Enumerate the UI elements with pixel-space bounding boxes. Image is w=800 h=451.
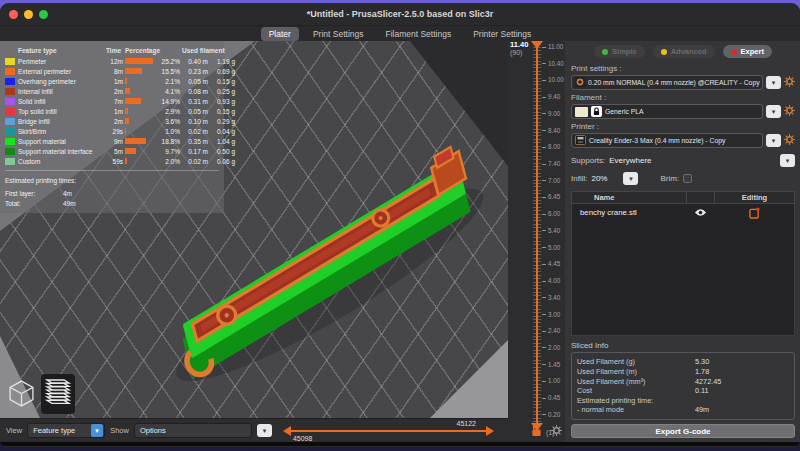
slider-right-thumb[interactable] [486, 426, 494, 436]
sliced-info-row: Estimated printing time: [577, 396, 789, 406]
infill-label: Infill: [571, 174, 587, 183]
supports-value: Everywhere [609, 156, 651, 165]
sliced-info-row: Used Filament (mm³)4272.45 [577, 377, 789, 387]
feature-color-swatch [5, 108, 15, 115]
legend-row: Internal infill 2m 4.1% 0.08 m 0.25 g [5, 86, 219, 96]
layer-tick-label: 6.45 [542, 194, 564, 200]
preview-view-button[interactable] [41, 374, 75, 414]
layer-tick-label: 10.00 [542, 77, 564, 83]
view-type-select[interactable]: Feature type ▾ [27, 423, 105, 438]
chevron-down-icon: ▾ [91, 424, 103, 437]
gear-icon[interactable] [784, 76, 795, 89]
layer-slider-track[interactable] [536, 47, 538, 427]
minimize-window-button[interactable] [24, 10, 33, 19]
sliced-info-row: Cost0.11 [577, 386, 789, 396]
print-settings-label: Print settings : [571, 64, 795, 73]
feature-color-swatch [5, 58, 15, 65]
cube-icon [8, 394, 35, 411]
mode-expert-button[interactable]: Expert [723, 45, 772, 58]
tab-printer-settings[interactable]: Printer Settings [465, 27, 539, 41]
slider-track[interactable] [291, 430, 486, 432]
mode-dot-icon [731, 49, 737, 55]
slider-left-thumb[interactable] [283, 426, 291, 436]
mode-dot-icon [602, 49, 608, 55]
chevron-down-icon: ▾ [772, 137, 776, 145]
legend-row: Support material 9m 18.8% 0.35 m 1.04 g [5, 136, 219, 146]
lock-icon[interactable] [531, 423, 542, 441]
show-label: Show [110, 426, 129, 435]
object-row[interactable]: benchy crane.stl [572, 204, 794, 221]
gear-icon[interactable] [784, 105, 795, 118]
filament-select[interactable]: Generic PLA [571, 104, 763, 119]
printer-select[interactable]: Creality Ender-3 Max (0.4 mm nozzle) - C… [571, 133, 763, 148]
legend-row: Bridge infill 2m 3.6% 0.10 m 0.29 g [5, 116, 219, 126]
layer-tick-label: 7.40 [542, 161, 564, 167]
gear-icon[interactable] [784, 134, 795, 147]
filament-chevron-button[interactable]: ▾ [766, 105, 781, 118]
slider-min-value: 45098 [293, 435, 312, 442]
layer-tick-label: 3.00 [542, 312, 564, 318]
editor-view-button[interactable] [6, 377, 37, 414]
print-settings-chevron-button[interactable]: ▾ [766, 76, 781, 89]
layer-tick-label: 0.45 [542, 395, 564, 401]
moves-range-slider[interactable]: 45122 45098 [277, 419, 502, 442]
lock-icon [591, 106, 602, 117]
legend-row: Skirt/Brim 29s 1.0% 0.02 m 0.04 g [5, 126, 219, 136]
right-panel: SimpleAdvancedExpert Print settings : 0.… [565, 41, 800, 442]
brim-checkbox[interactable] [683, 174, 692, 183]
infill-chevron-button[interactable]: ▾ [623, 172, 638, 185]
eye-icon[interactable] [686, 208, 714, 217]
layer-tick-label: 8.00 [542, 144, 564, 150]
layer-tick-label: 7.00 [542, 178, 564, 184]
mode-buttons: SimpleAdvancedExpert [571, 45, 795, 58]
feature-color-swatch [5, 148, 15, 155]
object-list: benchy crane.stl [571, 204, 795, 336]
preview-bottom-bar: View Feature type ▾ Show Options ▾ 45122… [0, 418, 508, 442]
tab-plater[interactable]: Plater [261, 27, 299, 41]
show-options-select[interactable]: Options [134, 423, 252, 438]
percentage-bar [125, 158, 127, 164]
layer-tick-label: 5.00 [542, 245, 564, 251]
feature-color-swatch [5, 98, 15, 105]
layer-tick-label: 10.40 [542, 61, 564, 67]
layer-tick-label: 5.40 [542, 228, 564, 234]
percentage-bar [125, 128, 126, 134]
gear-icon[interactable] [551, 422, 562, 440]
layer-tick-label: 1.00 [542, 378, 564, 384]
mode-simple-button[interactable]: Simple [594, 45, 645, 58]
tab-print-settings[interactable]: Print Settings [305, 27, 372, 41]
percentage-bar [125, 88, 130, 94]
editing-column-header: Editing [714, 192, 794, 203]
supports-chevron-button[interactable]: ▾ [780, 154, 795, 167]
percentage-bar [125, 138, 146, 144]
layer-tick-label: 8.40 [542, 128, 564, 134]
infill-value: 20% [591, 174, 607, 183]
legend-row: Perimeter 12m 25.2% 0.40 m 1.19 g [5, 56, 219, 66]
close-window-button[interactable] [9, 10, 18, 19]
percentage-bar [125, 68, 142, 74]
percentage-bar [125, 118, 129, 124]
edit-object-icon[interactable] [714, 207, 794, 219]
percentage-bar [125, 108, 128, 114]
viewport-3d[interactable]: Feature type Time Percentage Used filame… [0, 41, 508, 418]
layer-tick-label: 4.00 [542, 278, 564, 284]
object-name: benchy crane.stl [572, 208, 686, 217]
print-settings-select[interactable]: 0.20 mm NORMAL (0.4 mm nozzle) @CREALITY… [571, 75, 763, 90]
sliced-info-row: Used Filament (g)5.30 [577, 357, 789, 367]
sliced-info-title: Sliced Info [571, 341, 795, 350]
tab-bar: PlaterPrint SettingsFilament SettingsPri… [0, 26, 800, 41]
printer-icon [575, 135, 586, 146]
layer-tick-label: 6.00 [542, 211, 564, 217]
printer-chevron-button[interactable]: ▾ [766, 134, 781, 147]
mode-advanced-button[interactable]: Advanced [653, 45, 715, 58]
layer-tick-label: 2.00 [542, 345, 564, 351]
supports-label: Supports: [571, 156, 605, 165]
percentage-bar [125, 78, 127, 84]
export-gcode-button[interactable]: Export G-code [571, 424, 795, 438]
legend-row: Custom 59s 2.0% 0.02 m 0.06 g [5, 156, 219, 166]
estimated-times-title: Estimated printing times: [5, 175, 219, 185]
show-options-chevron-button[interactable]: ▾ [257, 424, 272, 437]
tab-filament-settings[interactable]: Filament Settings [377, 27, 459, 41]
zoom-window-button[interactable] [39, 10, 48, 19]
printer-label: Printer : [571, 122, 795, 131]
